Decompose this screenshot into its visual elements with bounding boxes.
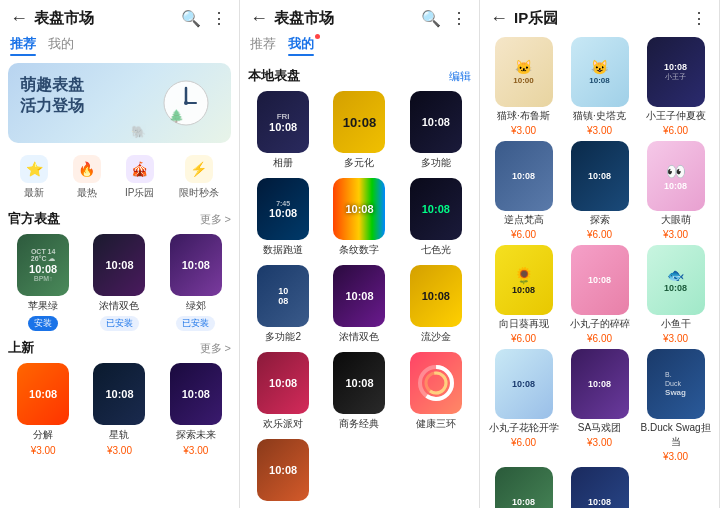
row4-item1[interactable]: 10:08	[248, 439, 318, 501]
watch-item-split[interactable]: 10:08 分解 ¥3.00	[8, 363, 78, 456]
watch-face-photo: FRI 10:08	[257, 91, 309, 153]
ip-price-sa: ¥3.00	[587, 437, 612, 448]
row3-label-party: 欢乐派对	[263, 417, 303, 431]
ip-item-prince[interactable]: 10:08 小王子 小王子仲夏夜 ¥6.00	[640, 37, 711, 136]
ip-item-bduck[interactable]: B. Duck Swag B.Duck Swag担当 ¥3.00	[640, 349, 711, 462]
banner-clock: 🌲	[161, 78, 211, 128]
watch-item-purple[interactable]: 10:08 绿郊 已安装	[161, 234, 231, 331]
row1-item-seven[interactable]: 10:08 七色光	[401, 178, 471, 257]
row3-grid: 10:08 欢乐派对 10:08 商务经典	[248, 352, 471, 431]
panel1-content: 萌趣表盘 活力登场 🌲 🐘 ⭐ 最新 🔥 最热	[0, 59, 239, 508]
local-item-func[interactable]: 10:08 多功能	[401, 91, 471, 170]
search-icon[interactable]: 🔍	[181, 9, 201, 29]
local-label-photo: 相册	[273, 156, 293, 170]
back3-icon[interactable]: ←	[490, 8, 508, 29]
new-more[interactable]: 更多 >	[200, 341, 231, 356]
watch-face-party: 10:08	[257, 352, 309, 414]
ip-label-cat-stek: 猫镇·史塔克	[573, 109, 626, 123]
nav-ip-label: IP乐园	[125, 186, 154, 200]
row2-item-flow[interactable]: 10:08 流沙金	[401, 265, 471, 344]
ip-face-xiaomaru: 10:08	[571, 245, 629, 315]
more2-icon[interactable]: ⋮	[449, 9, 469, 29]
ip-price-cat-stek: ¥3.00	[587, 125, 612, 136]
nav-hot-label: 最热	[77, 186, 97, 200]
ip-item-xiaomaru2[interactable]: 10:08 小丸子花轮开学 ¥6.00	[488, 349, 559, 462]
row3-item-health[interactable]: 健康三环	[401, 352, 471, 431]
ip-price-sunflower: ¥6.00	[511, 333, 536, 344]
ip-label-xiaomaru: 小丸子的碎碎	[570, 317, 630, 331]
install-btn-gradient[interactable]: 已安装	[100, 316, 139, 331]
ip-item-bigear[interactable]: 👀 10:08 大眼萌 ¥3.00	[640, 141, 711, 240]
row3-label-health: 健康三环	[416, 417, 456, 431]
nav-hot[interactable]: 🔥 最热	[73, 155, 101, 200]
official-title: 官方表盘	[8, 210, 60, 228]
ip-item-xiaomaru[interactable]: 10:08 小丸子的碎碎 ¥6.00	[564, 245, 635, 344]
watch-label-star: 星轨	[109, 428, 129, 442]
quick-nav: ⭐ 最新 🔥 最热 🎪 IP乐园 ⚡ 限时秒杀	[8, 151, 231, 206]
ip-face-sa: 10:08	[571, 349, 629, 419]
back-icon[interactable]: ←	[10, 8, 28, 29]
row1-label-data: 数据跑道	[263, 243, 303, 257]
ip-item-sa[interactable]: 10:08 SA马戏团 ¥3.00	[564, 349, 635, 462]
nav-ip[interactable]: 🎪 IP乐园	[125, 155, 154, 200]
search2-icon[interactable]: 🔍	[421, 9, 441, 29]
watch-item-future[interactable]: 10:08 探索未来 ¥3.00	[161, 363, 231, 456]
watch-face-purple: 10:08	[170, 234, 222, 296]
nav-flash[interactable]: ⚡ 限时秒杀	[179, 155, 219, 200]
more3-icon[interactable]: ⋮	[689, 9, 709, 29]
row1-grid: 7:45 10:08 数据跑道 10:08 条纹数字 10:08	[248, 178, 471, 257]
ip-price-fish: ¥3.00	[663, 333, 688, 344]
watch-label-apple: 苹果绿	[28, 299, 58, 313]
more-icon[interactable]: ⋮	[209, 9, 229, 29]
watch-item-gradient[interactable]: 10:08 浓情双色 已安装	[84, 234, 154, 331]
ip-item-fish[interactable]: 🐟 10:08 小鱼干 ¥3.00	[640, 245, 711, 344]
tab2-recommend[interactable]: 推荐	[250, 35, 276, 55]
panel1-header: ← 表盘市场 🔍 ⋮	[0, 0, 239, 33]
tab-mine[interactable]: 我的	[48, 35, 74, 55]
ip-price-vangogh: ¥6.00	[511, 229, 536, 240]
ip-face-cat-dog: 🐱 10:00	[495, 37, 553, 107]
ip-item-cat-dog[interactable]: 🐱 10:00 猫球·布鲁斯 ¥3.00	[488, 37, 559, 136]
nav-flash-label: 限时秒杀	[179, 186, 219, 200]
local-item-photo[interactable]: FRI 10:08 相册	[248, 91, 318, 170]
row3-item-party[interactable]: 10:08 欢乐派对	[248, 352, 318, 431]
new-grid: 10:08 分解 ¥3.00 10:08 星轨 ¥3.00 10:08	[8, 363, 231, 456]
row3-item-biz[interactable]: 10:08 商务经典	[324, 352, 394, 431]
panel2-title: 表盘市场	[274, 9, 334, 28]
header2-icons: 🔍 ⋮	[421, 9, 469, 29]
watch-item-star[interactable]: 10:08 星轨 ¥3.00	[84, 363, 154, 456]
install-btn-purple[interactable]: 已安装	[176, 316, 215, 331]
tab-recommend[interactable]: 推荐	[10, 35, 36, 55]
ip-item-bottom1[interactable]: 10:08	[488, 467, 559, 508]
official-section-header: 官方表盘 更多 >	[8, 210, 231, 228]
panel-ip: ← IP乐园 ⋮ 🐱 10:00 猫球·布鲁斯 ¥3.00	[480, 0, 720, 508]
watch-face-data: 7:45 10:08	[257, 178, 309, 240]
ip-label-vangogh: 逆点梵高	[504, 213, 544, 227]
row4-grid: 10:08	[248, 439, 471, 501]
header3-left: ← IP乐园	[490, 8, 558, 29]
install-btn-apple[interactable]: 安装	[28, 316, 58, 331]
ip-label-sunflower: 向日葵再现	[499, 317, 549, 331]
ip-item-sunflower[interactable]: 🌻 10:08 向日葵再现 ¥6.00	[488, 245, 559, 344]
ip-item-bottom2[interactable]: 10:08	[564, 467, 635, 508]
ip-face-xiaomaru2: 10:08	[495, 349, 553, 419]
row2-item-fun2[interactable]: 10 08 多功能2	[248, 265, 318, 344]
watch-label-purple: 绿郊	[186, 299, 206, 313]
back2-icon[interactable]: ←	[250, 8, 268, 29]
ip-face-vangogh: 10:08	[495, 141, 553, 211]
official-more[interactable]: 更多 >	[200, 212, 231, 227]
nav-latest[interactable]: ⭐ 最新	[20, 155, 48, 200]
row2-item-gradient[interactable]: 10:08 浓情双色	[324, 265, 394, 344]
header3-icons: ⋮	[689, 9, 709, 29]
ip-item-vangogh[interactable]: 10:08 逆点梵高 ¥6.00	[488, 141, 559, 240]
row1-item-data[interactable]: 7:45 10:08 数据跑道	[248, 178, 318, 257]
edit-button[interactable]: 编辑	[449, 69, 471, 84]
row1-item-stripe[interactable]: 10:08 条纹数字	[324, 178, 394, 257]
tab2-mine[interactable]: 我的	[288, 35, 314, 55]
watch-face-star: 10:08	[93, 363, 145, 425]
ip-item-explore[interactable]: 10:08 探索 ¥6.00	[564, 141, 635, 240]
watch-item-apple[interactable]: OCT 14 26°C ☁ 10:08 BPM↑ 苹果绿 安装	[8, 234, 78, 331]
row3-label-biz: 商务经典	[339, 417, 379, 431]
local-item-multi[interactable]: 10:08 多元化	[324, 91, 394, 170]
ip-item-cat-stek[interactable]: 😺 10:08 猫镇·史塔克 ¥3.00	[564, 37, 635, 136]
